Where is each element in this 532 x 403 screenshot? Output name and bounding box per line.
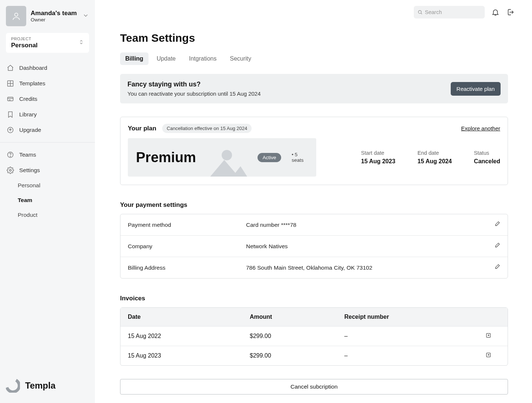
team-selector[interactable]: Amanda's team Owner [6, 6, 89, 26]
plan-hero: Premium Active • 5 seats [128, 138, 316, 177]
open-invoice-icon[interactable] [485, 332, 500, 340]
divider [0, 142, 95, 143]
avatar [6, 6, 26, 26]
sidebar-item-credits[interactable]: Credits [6, 92, 89, 106]
subnav-personal[interactable]: Personal [18, 179, 89, 192]
plan-label: Your plan [128, 125, 156, 132]
invoice-row: 15 Aug 2023 $299.00 – [120, 346, 508, 365]
invoice-receipt: – [344, 352, 485, 359]
project-selector[interactable]: PROJECT Personal [6, 33, 89, 53]
bookmark-icon [7, 111, 14, 118]
brand-name: Templa [25, 380, 55, 391]
tab-security[interactable]: Security [225, 52, 256, 65]
project-name: Personal [11, 42, 38, 49]
select-arrows-icon [79, 39, 84, 47]
status-badge: Active [258, 153, 282, 162]
nav-label: Upgrade [19, 127, 41, 133]
invoice-date: 15 Aug 2023 [128, 352, 250, 359]
sidebar-item-library[interactable]: Library [6, 107, 89, 122]
svg-rect-4 [8, 97, 13, 101]
invoices-title: Invoices [120, 295, 508, 302]
end-date-col: End date 15 Aug 2024 [417, 150, 452, 165]
team-role: Owner [31, 17, 78, 23]
tab-update[interactable]: Update [151, 52, 181, 65]
tab-billing[interactable]: Billing [120, 52, 149, 65]
col-receipt-header: Receipt number [344, 314, 485, 320]
sidebar-item-teams[interactable]: Teams [6, 148, 89, 162]
search-icon [417, 10, 423, 15]
subnav-team[interactable]: Team [18, 194, 89, 207]
company-row: Company Network Natives [120, 236, 508, 257]
edit-icon[interactable] [494, 242, 500, 250]
open-invoice-icon[interactable] [485, 352, 500, 359]
home-icon [7, 64, 14, 72]
cancel-subscription-button[interactable]: Cancel subcription [120, 379, 508, 395]
edit-icon[interactable] [494, 264, 500, 271]
nav-label: Library [19, 111, 37, 118]
sidebar-item-templates[interactable]: Templates [6, 76, 89, 90]
invoice-date: 15 Aug 2022 [128, 333, 250, 339]
invoice-receipt: – [344, 333, 485, 339]
brand-footer: Templa [6, 379, 55, 393]
invoice-amount: $299.00 [250, 333, 344, 339]
logout-icon[interactable] [506, 8, 514, 16]
image-placeholder-icon [207, 138, 247, 177]
cancellation-chip: Cancellation effective on 15 Aug 2024 [162, 124, 252, 133]
invoice-row: 15 Aug 2022 $299.00 – [120, 327, 508, 346]
credits-icon [7, 95, 14, 103]
nav-label: Settings [19, 167, 40, 174]
start-date-col: Start date 15 Aug 2023 [361, 150, 395, 165]
sidebar-item-dashboard[interactable]: Dashboard [6, 61, 89, 75]
sidebar-item-settings[interactable]: Settings [6, 163, 89, 177]
nav-label: Teams [19, 151, 36, 158]
row-value: Card number ****78 [246, 222, 494, 228]
payment-settings-title: Your payment settings [120, 201, 508, 209]
row-value: Network Natives [246, 243, 494, 250]
search-input[interactable] [414, 6, 485, 18]
main: Team Settings Billing Update Intgrations… [95, 0, 532, 403]
svg-point-10 [10, 156, 10, 157]
seats-label: • 5 seats [291, 152, 308, 163]
team-name: Amanda's team [31, 10, 78, 17]
tab-integrations[interactable]: Intgrations [184, 52, 222, 65]
status-col: Status Canceled [474, 150, 500, 165]
nav-label: Templates [19, 80, 45, 87]
start-date-label: Start date [361, 150, 395, 156]
nav-label: Credits [19, 96, 37, 102]
grid-icon [7, 80, 14, 87]
page-title: Team Settings [120, 32, 508, 44]
reactivate-plan-button[interactable]: Reactivate plan [451, 82, 501, 96]
gear-icon [7, 167, 14, 174]
row-key: Company [128, 243, 246, 250]
sidebar-item-upgrade[interactable]: Upgrade [6, 123, 89, 137]
logo-icon [6, 379, 20, 393]
svg-point-11 [10, 170, 11, 171]
svg-marker-17 [210, 160, 247, 177]
invoice-amount: $299.00 [250, 352, 344, 359]
user-icon [11, 11, 21, 21]
svg-point-13 [418, 10, 421, 13]
reactivate-banner: Fancy staying with us? You can reactivat… [120, 74, 508, 103]
project-label: PROJECT [11, 37, 38, 41]
explore-another-link[interactable]: Explore another [461, 125, 500, 132]
tabs: Billing Update Intgrations Security [120, 52, 508, 65]
billing-address-row: Billing Address 786 South Main Street, O… [120, 257, 508, 278]
status-value: Canceled [474, 158, 500, 165]
start-date-value: 15 Aug 2023 [361, 158, 395, 165]
notifications-icon[interactable] [491, 8, 499, 16]
plan-card: Your plan Cancellation effective on 15 A… [120, 117, 508, 185]
svg-line-14 [421, 13, 422, 14]
banner-title: Fancy staying with us? [127, 81, 261, 88]
subnav-product[interactable]: Product [18, 208, 89, 222]
row-key: Payment method [128, 222, 246, 228]
invoices-table: Date Amount Receipt number 15 Aug 2022 $… [120, 307, 508, 366]
payment-settings-table: Payment method Card number ****78 Compan… [120, 214, 508, 279]
help-icon [7, 151, 14, 158]
col-date-header: Date [128, 314, 250, 320]
team-info: Amanda's team Owner [31, 10, 78, 23]
banner-subtitle: You can reactivate your subscription unt… [127, 90, 261, 97]
svg-point-0 [14, 13, 18, 16]
row-value: 786 South Main Street, Oklahoma City, OK… [246, 264, 494, 271]
edit-icon[interactable] [494, 221, 500, 229]
end-date-value: 15 Aug 2024 [417, 158, 452, 165]
